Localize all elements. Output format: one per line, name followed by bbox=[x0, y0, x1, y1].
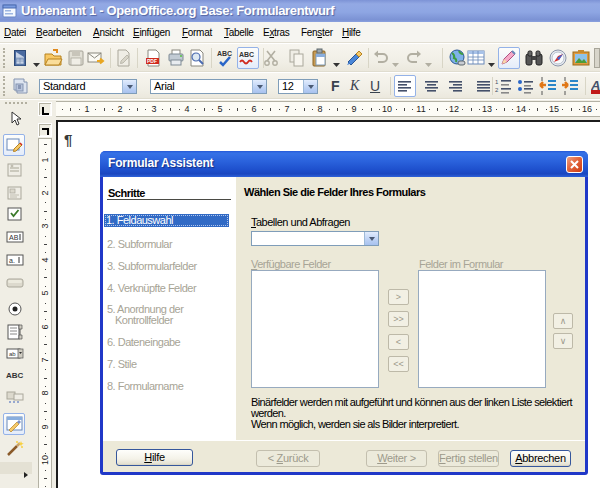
svg-text:ab: ab bbox=[9, 351, 16, 357]
svg-text:ABC: ABC bbox=[217, 50, 232, 57]
svg-text:ABC: ABC bbox=[6, 371, 24, 380]
svg-text:2: 2 bbox=[495, 87, 499, 93]
svg-text:PDF: PDF bbox=[147, 58, 157, 64]
svg-text:ABC: ABC bbox=[239, 51, 254, 58]
svg-text:1: 1 bbox=[495, 79, 499, 85]
svg-text:a.: a. bbox=[9, 257, 15, 264]
svg-text:AB: AB bbox=[9, 234, 19, 241]
